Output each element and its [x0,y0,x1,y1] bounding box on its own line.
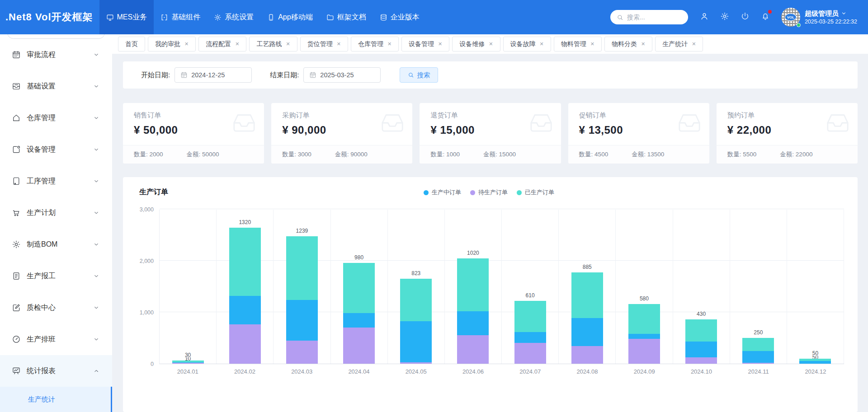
close-icon[interactable]: ✕ [641,41,645,47]
stacked-bar[interactable] [742,338,774,364]
bar-segment-生产中订单[interactable] [742,351,774,363]
bar-segment-待生产订单[interactable] [286,341,318,364]
bar-segment-待生产订单[interactable] [628,339,660,364]
sidebar-item-制造BOM[interactable]: 制造BOM [0,229,112,260]
legend-item-生产中订单[interactable]: 生产中订单 [424,188,461,197]
start-date-input[interactable] [191,71,236,79]
close-icon[interactable]: ✕ [235,41,239,47]
stacked-bar[interactable] [571,272,603,364]
stacked-bar[interactable] [172,360,204,364]
close-icon[interactable]: ✕ [692,41,696,47]
nav-menu-系统设置[interactable]: 系统设置 [207,0,260,34]
bar-segment-已生产订单[interactable] [229,228,261,295]
nav-menu-基础组件[interactable]: 基础组件 [154,0,207,34]
global-search[interactable] [610,10,688,24]
power-button[interactable] [741,12,750,23]
tab-物料管理[interactable]: 物料管理✕ [554,37,602,52]
bar-segment-待生产订单[interactable] [457,335,489,364]
bar-segment-已生产订单[interactable] [514,301,546,332]
legend-item-待生产订单[interactable]: 待生产订单 [470,188,508,197]
sidebar-item-生产计划[interactable]: 生产计划 [0,197,112,229]
sidebar-item-基础设置[interactable]: 基础设置 [0,70,112,102]
sidebar-item-工序管理[interactable]: 工序管理 [0,165,112,197]
bar-segment-生产中订单[interactable] [457,311,489,336]
nav-menu-MES业务[interactable]: MES业务 [99,0,154,34]
bar-segment-生产中订单[interactable] [229,296,261,325]
bar-segment-待生产订单[interactable] [172,363,204,364]
bar-segment-生产中订单[interactable] [400,321,432,362]
bell-button[interactable] [761,12,770,23]
bar-segment-生产中订单[interactable] [799,361,831,364]
close-icon[interactable]: ✕ [489,41,493,47]
sidebar-item-生产排班[interactable]: 生产排班 [0,323,112,355]
tab-设备维修[interactable]: 设备维修✕ [452,37,500,52]
sidebar-item-审批流程[interactable]: 审批流程 [0,39,112,70]
nav-menu-企业版本[interactable]: 企业版本 [373,0,426,34]
sidebar-item-仓库管理[interactable]: 仓库管理 [0,102,112,134]
sidebar-item-设备管理[interactable]: 设备管理 [0,134,112,165]
bar-segment-待生产订单[interactable] [400,362,432,364]
tab-货位管理[interactable]: 货位管理✕ [300,37,348,52]
bar-segment-生产中订单[interactable] [286,300,318,341]
user-menu[interactable]: 超级管理员 [805,9,857,18]
close-icon[interactable]: ✕ [286,41,290,47]
tab-首页[interactable]: 首页 [118,37,145,52]
bar-segment-已生产订单[interactable] [286,236,318,300]
tab-流程配置[interactable]: 流程配置✕ [198,37,246,52]
bar-segment-已生产订单[interactable] [343,263,375,314]
close-icon[interactable]: ✕ [184,41,189,47]
user-button[interactable] [700,12,709,23]
stacked-bar[interactable] [229,228,261,364]
close-icon[interactable]: ✕ [590,41,594,47]
close-icon[interactable]: ✕ [438,41,442,47]
search-input[interactable] [627,14,677,21]
end-date-picker[interactable] [303,67,381,83]
stacked-bar[interactable] [286,236,318,364]
legend-item-已生产订单[interactable]: 已生产订单 [517,188,554,197]
sidebar-item-质检中心[interactable]: 质检中心 [0,292,112,323]
bar-segment-已生产订单[interactable] [742,338,774,351]
tab-仓库管理[interactable]: 仓库管理✕ [351,37,399,52]
stacked-bar[interactable] [400,279,432,364]
bar-segment-生产中订单[interactable] [628,334,660,339]
tab-设备管理[interactable]: 设备管理✕ [401,37,449,52]
sidebar-item-生产报工[interactable]: 生产报工 [0,260,112,292]
bar-segment-生产中订单[interactable] [343,313,375,328]
nav-menu-框架文档[interactable]: 框架文档 [320,0,373,34]
stacked-bar[interactable] [685,319,717,364]
sidebar-subitem-生产统计[interactable]: 生产统计 [0,387,112,412]
bar-segment-已生产订单[interactable] [628,304,660,334]
nav-menu-App移动端[interactable]: App移动端 [260,0,319,34]
tab-工艺路线[interactable]: 工艺路线✕ [249,37,297,52]
stacked-bar[interactable] [799,359,831,364]
bar-segment-已生产订单[interactable] [457,258,489,311]
bar-segment-生产中订单[interactable] [514,332,546,343]
start-date-picker[interactable] [175,67,252,83]
stacked-bar[interactable] [514,301,546,364]
stacked-bar[interactable] [628,304,660,364]
bar-segment-待生产订单[interactable] [742,363,774,364]
bar-segment-已生产订单[interactable] [685,319,717,342]
stacked-bar[interactable] [457,258,489,364]
bar-segment-待生产订单[interactable] [685,357,717,364]
bar-segment-已生产订单[interactable] [571,272,603,318]
sidebar-item-统计报表[interactable]: 统计报表 [0,355,112,387]
tab-生产统计[interactable]: 生产统计✕ [655,37,703,52]
bar-segment-待生产订单[interactable] [571,346,603,364]
end-date-input[interactable] [320,71,365,79]
bar-segment-生产中订单[interactable] [571,318,603,346]
stacked-bar[interactable] [343,263,375,364]
tab-我的审批[interactable]: 我的审批✕ [148,37,196,52]
avatar[interactable]: VOL [781,8,800,27]
bar-segment-生产中订单[interactable] [685,342,717,357]
tab-设备故障[interactable]: 设备故障✕ [503,37,551,52]
bar-segment-已生产订单[interactable] [400,279,432,321]
bar-segment-待生产订单[interactable] [229,324,261,364]
bar-segment-待生产订单[interactable] [343,328,375,364]
close-icon[interactable]: ✕ [540,41,544,47]
search-button[interactable]: 搜索 [400,67,438,83]
close-icon[interactable]: ✕ [337,41,341,47]
gear-button[interactable] [720,12,729,23]
tab-物料分类[interactable]: 物料分类✕ [604,37,652,52]
bar-segment-待生产订单[interactable] [514,343,546,364]
